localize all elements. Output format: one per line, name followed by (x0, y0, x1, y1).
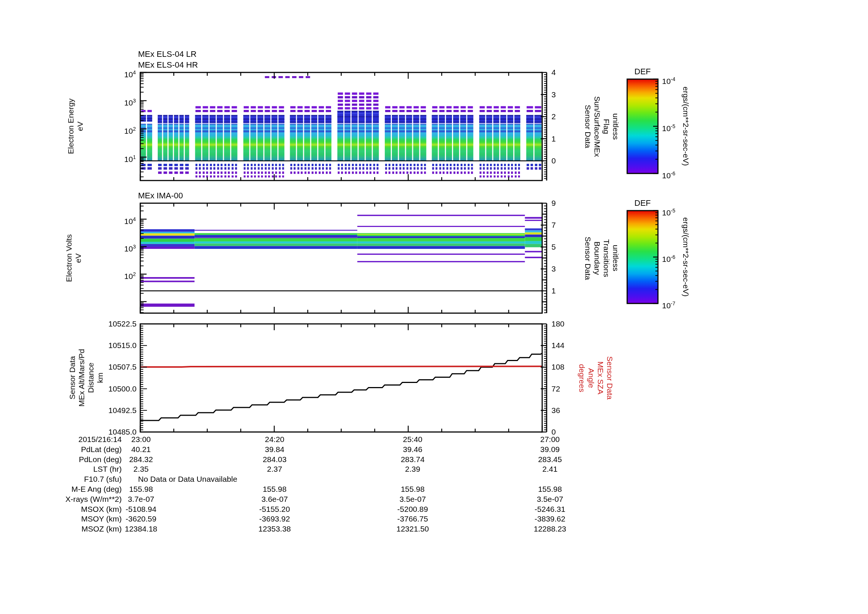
xy-y-axis-label: Sensor Data MEx Alt/Mars/Pd Distance km (68, 349, 105, 406)
colorbar-tick-label: 10-6 (662, 252, 676, 264)
table-cell: -5200.89 (368, 504, 457, 514)
ima-y-axis-label: Electron Volts eV (64, 235, 83, 282)
xtick-time-label: 27:00 (505, 435, 595, 444)
ima-right-label-line4: unitless (611, 203, 620, 313)
els-right-label-line4: unitless (611, 72, 620, 180)
table-cell: -5155.20 (230, 504, 319, 514)
table-cell: -3766.75 (368, 514, 457, 523)
xy-y-axis-label-line1: Sensor Data (68, 349, 77, 406)
xtick-time-label: 25:40 (368, 435, 457, 444)
xy-right-label-line3: Angle (587, 324, 596, 432)
table-cell: 12288.23 (505, 524, 595, 533)
colorbar-tick-label: 10-7 (662, 298, 676, 311)
els-ytick-label: 103 (110, 96, 136, 108)
table-cell: 284.32 (96, 455, 186, 464)
els-y-axis-label-line1: Electron Energy (66, 98, 75, 154)
table-no-data-cell: No Data or Data Unavailable (138, 474, 375, 483)
colorbar1-title: DEF (627, 67, 658, 76)
xy-right-label-line2: MEx SZA (596, 324, 605, 432)
xy-km-tick-label: 10492.5 (81, 406, 136, 415)
els-flag-tick-label: 0 (552, 156, 556, 166)
els-flag-tick-label: 1 (552, 134, 556, 144)
colorbar2-unit-label: ergs/(cm**2-sr-sec-eV) (681, 211, 691, 303)
colorbar-tick-label: 10-5 (662, 206, 676, 218)
els-right-label-line2: Sun/Surface/MEx (593, 72, 602, 180)
table-cell: -5246.31 (505, 504, 595, 514)
table-cell: 155.98 (230, 484, 319, 494)
table-cell: 2.37 (230, 464, 319, 474)
table-cell: 155.98 (505, 484, 595, 494)
table-cell: 3.7e-07 (96, 494, 186, 504)
table-cell: 2.35 (96, 464, 186, 474)
xy-sza-tick-label: 108 (552, 362, 564, 372)
xy-right-axis-label: Sensor Data MEx SZA Angle degrees (577, 324, 615, 432)
xy-km-tick-label: 10507.5 (81, 362, 136, 372)
ima-right-label-line2: Boundary (593, 203, 602, 313)
xy-y-axis-label-line2: MEx Alt/Mars/Pd (77, 349, 86, 406)
table-cell: 3.5e-07 (505, 494, 595, 504)
table-row-label: F10.7 (sfu) (29, 474, 122, 483)
xy-y-axis-label-line3: Distance (86, 349, 95, 406)
colorbar1-unit-label: ergs/(cm**2-sr-sec-eV) (681, 79, 691, 174)
table-cell: 3.6e-07 (230, 494, 319, 504)
xy-y-axis-label-line4: km (95, 349, 105, 406)
ima-panel-title: MEx IMA-00 (138, 190, 183, 201)
table-cell: 155.98 (96, 484, 186, 494)
els-ytick-label: 102 (110, 124, 136, 136)
els-flag-tick-label: 4 (552, 68, 556, 77)
table-cell: 39.46 (368, 445, 457, 454)
xy-sza-tick-label: 144 (552, 340, 564, 350)
els-y-axis-label: Electron Energy eV (66, 98, 85, 154)
ima-y-axis-label-line1: Electron Volts (64, 235, 73, 282)
table-cell: 155.98 (368, 484, 457, 494)
els-title-hr: MEx ELS-04 HR (138, 59, 198, 70)
ima-ytick-label: 103 (110, 242, 136, 254)
table-cell: 39.84 (230, 445, 319, 454)
xy-right-label-line1: Sensor Data (605, 324, 615, 432)
table-cell: 3.5e-07 (368, 494, 457, 504)
table-cell: 2.41 (505, 464, 595, 474)
els-right-label-line3: Flag (602, 72, 611, 180)
xtick-time-label: 24:20 (230, 435, 319, 444)
els-y-axis-label-line2: eV (75, 98, 85, 154)
els-flag-tick-label: 3 (552, 90, 556, 99)
ima-ytick-label: 102 (110, 269, 136, 281)
ima-y-axis-label-line2: eV (73, 235, 83, 282)
table-cell: 40.21 (96, 445, 186, 454)
els-ytick-label: 104 (110, 68, 136, 79)
colorbar2-title: DEF (627, 198, 658, 208)
els-right-axis-label: Sensor Data Sun/Surface/MEx Flag unitles… (583, 72, 620, 180)
els-title-lr: MEx ELS-04 LR (138, 49, 198, 59)
xy-km-tick-label: 10500.0 (81, 384, 136, 394)
table-cell: 12321.50 (368, 524, 457, 533)
xy-right-label-line4: degrees (577, 324, 587, 432)
ima-right-axis-label: Sensor Data Boundary Transitions unitles… (583, 203, 620, 313)
colorbar-tick-label: 10-5 (662, 121, 676, 133)
table-cell: 283.45 (505, 455, 595, 464)
ima-title: MEx IMA-00 (138, 190, 183, 201)
ima-boundary-tick-label: 7 (552, 220, 556, 230)
els-panel-titles: MEx ELS-04 LR MEx ELS-04 HR (138, 49, 198, 70)
table-cell: -3839.62 (505, 514, 595, 523)
ima-boundary-tick-label: 1 (552, 286, 556, 296)
ima-boundary-tick-label: 5 (552, 242, 556, 252)
table-cell: 12384.18 (96, 524, 186, 533)
xy-km-tick-label: 10515.0 (81, 340, 136, 350)
table-cell: 284.03 (230, 455, 319, 464)
table-cell: -3693.92 (230, 514, 319, 523)
table-cell: -5108.94 (96, 504, 186, 514)
els-flag-tick-label: 2 (552, 112, 556, 121)
xy-sza-tick-label: 180 (552, 319, 564, 329)
table-cell: 2.39 (368, 464, 457, 474)
table-cell: 39.09 (505, 445, 595, 454)
ima-ytick-label: 104 (110, 215, 136, 226)
xy-sza-tick-label: 72 (552, 384, 560, 394)
colorbar-tick-label: 10-6 (662, 169, 676, 180)
colorbar-tick-label: 10-4 (662, 74, 676, 86)
table-cell: 12353.38 (230, 524, 319, 533)
table-cell: 283.74 (368, 455, 457, 464)
ima-boundary-tick-label: 3 (552, 264, 556, 274)
ima-right-label-line3: Transitions (602, 203, 611, 313)
table-cell: -3620.59 (96, 514, 186, 523)
xy-km-tick-label: 10522.5 (81, 319, 136, 329)
